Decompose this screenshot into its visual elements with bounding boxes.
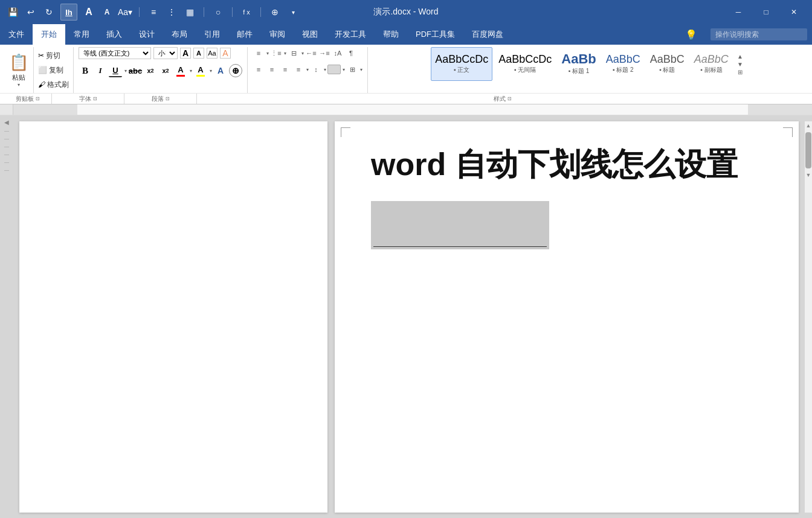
numbering-list-btn[interactable]: ⋮≡ — [270, 47, 282, 59]
strikethrough-button[interactable]: abc — [129, 64, 142, 77]
down-arrow-btn[interactable]: ▾ — [286, 5, 300, 19]
copy-button[interactable]: ⬜ 复制 — [36, 65, 71, 76]
align-left-btn[interactable]: ≡ — [253, 63, 265, 75]
increase-indent-btn[interactable]: →≡ — [318, 47, 330, 59]
menu-item-design[interactable]: 设计 — [130, 24, 163, 45]
line-spacing-dropdown[interactable]: ▾ — [324, 67, 326, 72]
undo-button[interactable]: ↩ — [24, 5, 37, 19]
menu-item-references[interactable]: 引用 — [196, 24, 228, 45]
font-size-decrease-btn[interactable]: A — [100, 5, 114, 19]
menu-item-layout[interactable]: 布局 — [163, 24, 196, 45]
clipboard-label-group[interactable]: 剪贴板 ⊡ — [4, 94, 52, 104]
styles-expand-icon[interactable]: ⊡ — [507, 96, 512, 101]
font-color-dropdown[interactable]: ▾ — [190, 68, 192, 74]
subscript-button[interactable]: x2 — [144, 64, 157, 77]
qat-underline-button[interactable]: Ih — [60, 4, 77, 21]
change-case-btn[interactable]: Aa — [207, 48, 218, 59]
menu-item-mailing[interactable]: 邮件 — [228, 24, 261, 45]
styles-down-arrow[interactable]: ▼ — [737, 61, 743, 68]
bold-button[interactable]: B — [79, 64, 92, 77]
help-search-input[interactable] — [710, 28, 807, 40]
vertical-scrollbar[interactable]: ▲ ▼ — [805, 121, 812, 513]
borders-btn[interactable]: ⊞ — [346, 63, 358, 75]
menu-item-pdf[interactable]: PDF工具集 — [407, 24, 463, 45]
justify-dropdown[interactable]: ▾ — [306, 67, 309, 72]
font-color-button[interactable]: A — [174, 64, 187, 77]
styles-label-group[interactable]: 样式 ⊡ — [197, 94, 808, 104]
indent-btn[interactable]: ▦ — [183, 5, 196, 19]
numbering-dropdown[interactable]: ▾ — [284, 51, 286, 56]
styles-scroll-up[interactable]: ▲ ▼ ⊞ — [735, 53, 746, 75]
font-misc-btn[interactable]: A — [214, 64, 227, 77]
more-btn[interactable]: ⊕ — [268, 5, 282, 19]
style-heading1[interactable]: AaBb ▪ 标题 1 — [558, 47, 599, 81]
font-expand-icon[interactable]: ⊡ — [93, 96, 97, 101]
menu-item-file[interactable]: 文件 — [0, 24, 33, 45]
numbering-btn[interactable]: ⋮ — [165, 5, 178, 19]
menu-item-common[interactable]: 常用 — [65, 24, 98, 45]
multilevel-dropdown[interactable]: ▾ — [301, 51, 304, 56]
menu-item-view[interactable]: 视图 — [294, 24, 326, 45]
font-circle-btn[interactable]: ⊕ — [229, 64, 242, 77]
align-right-btn[interactable]: ≡ — [279, 63, 291, 75]
menu-item-review[interactable]: 审阅 — [261, 24, 294, 45]
multilevel-list-btn[interactable]: ⊟ — [288, 47, 300, 59]
decrease-indent-btn[interactable]: ←≡ — [305, 47, 317, 59]
underline-button[interactable]: U — [109, 64, 122, 77]
italic-button[interactable]: I — [94, 64, 107, 77]
font-size-down-btn[interactable]: A — [193, 48, 204, 59]
style-heading2[interactable]: AaBbC ▪ 标题 2 — [602, 47, 644, 81]
style-normal[interactable]: AaBbCcDc ▪ 正文 — [431, 47, 492, 81]
aa-dropdown-btn[interactable]: Aa▾ — [118, 5, 132, 19]
menu-item-home[interactable]: 开始 — [33, 24, 65, 45]
paste-dropdown[interactable]: ▾ — [18, 82, 20, 88]
styles-expand-arrow[interactable]: ⊞ — [738, 69, 743, 75]
shading-dropdown[interactable]: ▾ — [343, 67, 345, 72]
bullets-btn[interactable]: ≡ — [253, 47, 265, 59]
font-name-select[interactable]: 等线 (西文正文) — [79, 47, 151, 59]
para-expand-icon[interactable]: ⊡ — [166, 96, 170, 101]
justify-btn[interactable]: ≡ — [292, 63, 304, 75]
superscript-button[interactable]: x2 — [159, 64, 172, 77]
menu-item-baidu[interactable]: 百度网盘 — [463, 24, 512, 45]
show-hide-btn[interactable]: ¶ — [345, 47, 357, 59]
clipboard-expand-icon[interactable]: ⊡ — [36, 96, 40, 101]
maximize-button[interactable]: □ — [754, 4, 778, 21]
clear-formatting-btn[interactable]: A — [220, 48, 231, 59]
font-size-increase-btn[interactable]: A — [82, 5, 95, 19]
font-size-select[interactable]: 小初 — [153, 47, 178, 59]
para-label-group[interactable]: 段落 ⊡ — [124, 94, 197, 104]
sort-btn[interactable]: ↕A — [332, 47, 344, 59]
formula-btn[interactable]: f x — [240, 5, 253, 19]
bullets-dropdown[interactable]: ▾ — [266, 51, 269, 56]
text-input-box[interactable] — [371, 201, 549, 249]
circle-btn[interactable]: ○ — [211, 5, 225, 19]
minimize-button[interactable]: ─ — [726, 4, 750, 21]
bullet-list-btn[interactable]: ≡ — [147, 5, 160, 19]
borders-dropdown[interactable]: ▾ — [360, 67, 362, 72]
font-label-group[interactable]: 字体 ⊡ — [52, 94, 124, 104]
style-title[interactable]: AaBbC ▪ 标题 — [646, 47, 688, 81]
styles-up-arrow[interactable]: ▲ — [737, 53, 743, 60]
close-button[interactable]: ✕ — [782, 4, 806, 21]
scroll-up-arrow[interactable]: ▲ — [805, 121, 812, 130]
align-center-btn[interactable]: ≡ — [266, 63, 278, 75]
highlight-button[interactable]: A — [194, 64, 207, 77]
sidebar-top-arrow[interactable]: ◀ — [4, 119, 9, 126]
scroll-thumb[interactable] — [805, 132, 811, 168]
save-button[interactable]: 💾 — [6, 5, 19, 19]
style-no-spacing[interactable]: AaBbCcDc ▪ 无间隔 — [495, 47, 555, 81]
menu-item-insert[interactable]: 插入 — [98, 24, 130, 45]
shading-btn[interactable] — [327, 65, 341, 74]
menu-item-help[interactable]: 帮助 — [375, 24, 407, 45]
scroll-down-arrow[interactable]: ▼ — [805, 171, 812, 179]
menu-item-developer[interactable]: 开发工具 — [326, 24, 375, 45]
underline-dropdown[interactable]: ▾ — [124, 68, 127, 74]
line-spacing-btn[interactable]: ↕ — [310, 63, 322, 75]
redo-button[interactable]: ↻ — [42, 5, 56, 19]
highlight-dropdown[interactable]: ▾ — [210, 68, 212, 74]
cut-button[interactable]: ✂ 剪切 — [36, 50, 71, 62]
format-painter-button[interactable]: 🖌 格式刷 — [36, 79, 71, 91]
font-size-up-btn[interactable]: A — [180, 48, 191, 59]
paste-button[interactable]: 📋 粘贴 ▾ — [4, 47, 34, 93]
